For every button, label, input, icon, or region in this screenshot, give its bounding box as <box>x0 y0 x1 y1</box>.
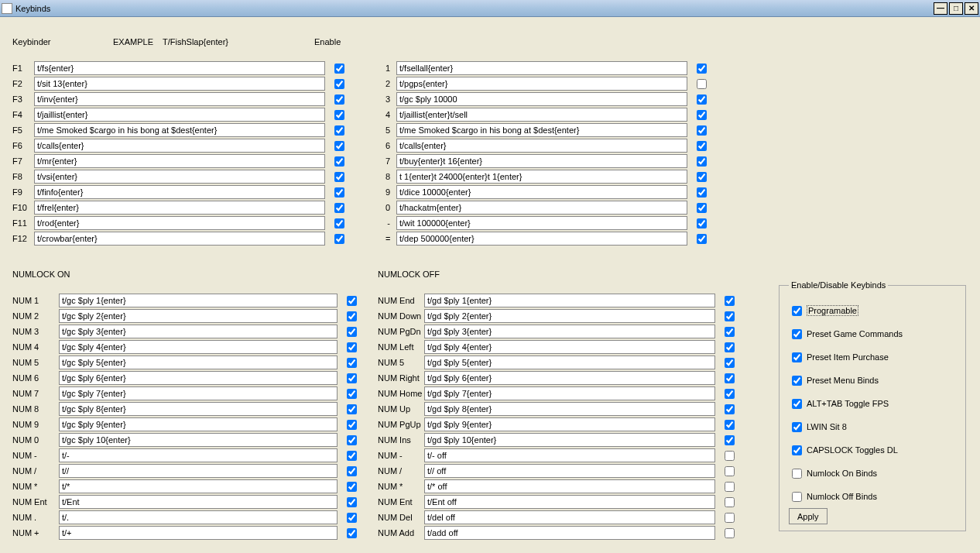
fkey-enable-checkbox[interactable] <box>334 141 344 151</box>
numon-input[interactable] <box>59 402 338 416</box>
numkey-input[interactable] <box>396 216 687 230</box>
numon-enable-checkbox[interactable] <box>347 404 357 414</box>
numkey-enable-checkbox[interactable] <box>697 79 707 89</box>
numoff-input[interactable] <box>424 510 715 524</box>
numkey-enable-checkbox[interactable] <box>697 234 707 244</box>
numkey-enable-checkbox[interactable] <box>697 218 707 228</box>
numon-enable-checkbox[interactable] <box>347 420 357 430</box>
fkey-enable-checkbox[interactable] <box>334 64 344 74</box>
numoff-input[interactable] <box>424 402 715 416</box>
numoff-enable-checkbox[interactable] <box>725 296 735 306</box>
numoff-input[interactable] <box>424 448 715 462</box>
numon-input[interactable] <box>59 448 338 462</box>
fkey-input[interactable] <box>34 92 325 106</box>
numon-input[interactable] <box>59 309 338 323</box>
minimize-button[interactable]: — <box>934 2 947 15</box>
option-checkbox[interactable] <box>792 399 802 409</box>
numoff-enable-checkbox[interactable] <box>725 528 735 538</box>
numoff-input[interactable] <box>424 464 715 478</box>
fkey-input[interactable] <box>34 154 325 168</box>
fkey-input[interactable] <box>34 216 325 230</box>
numon-enable-checkbox[interactable] <box>347 373 357 383</box>
numon-enable-checkbox[interactable] <box>347 466 357 476</box>
numon-enable-checkbox[interactable] <box>347 497 357 507</box>
numkey-input[interactable] <box>396 201 687 215</box>
numoff-enable-checkbox[interactable] <box>725 513 735 523</box>
numoff-input[interactable] <box>424 433 715 447</box>
numon-input[interactable] <box>59 479 338 493</box>
numon-enable-checkbox[interactable] <box>347 389 357 399</box>
numon-input[interactable] <box>59 325 338 338</box>
numon-enable-checkbox[interactable] <box>347 327 357 337</box>
numoff-enable-checkbox[interactable] <box>725 482 735 492</box>
numoff-enable-checkbox[interactable] <box>725 342 735 352</box>
numkey-enable-checkbox[interactable] <box>697 64 707 74</box>
numoff-enable-checkbox[interactable] <box>725 497 735 507</box>
fkey-enable-checkbox[interactable] <box>334 156 344 167</box>
numoff-input[interactable] <box>424 371 715 385</box>
numoff-input[interactable] <box>424 340 715 354</box>
fkey-input[interactable] <box>34 108 325 122</box>
fkey-enable-checkbox[interactable] <box>334 234 344 244</box>
numoff-input[interactable] <box>424 356 715 369</box>
numkey-input[interactable] <box>396 123 687 137</box>
numkey-enable-checkbox[interactable] <box>697 203 707 213</box>
numoff-enable-checkbox[interactable] <box>725 327 735 337</box>
numoff-enable-checkbox[interactable] <box>725 358 735 368</box>
fkey-input[interactable] <box>34 139 325 153</box>
fkey-input[interactable] <box>34 170 325 184</box>
numon-input[interactable] <box>59 386 338 400</box>
numoff-input[interactable] <box>424 417 715 431</box>
fkey-input[interactable] <box>34 185 325 199</box>
numoff-input[interactable] <box>424 309 715 323</box>
option-checkbox[interactable] <box>792 445 802 455</box>
numkey-input[interactable] <box>396 185 687 199</box>
numkey-enable-checkbox[interactable] <box>697 125 707 136</box>
numoff-input[interactable] <box>424 325 715 338</box>
numon-input[interactable] <box>59 417 338 431</box>
numkey-input[interactable] <box>396 139 687 153</box>
numon-enable-checkbox[interactable] <box>347 435 357 445</box>
option-checkbox[interactable] <box>792 352 802 362</box>
fkey-enable-checkbox[interactable] <box>334 125 344 136</box>
numon-enable-checkbox[interactable] <box>347 296 357 306</box>
numon-input[interactable] <box>59 356 338 369</box>
option-checkbox[interactable] <box>792 422 802 432</box>
numon-enable-checkbox[interactable] <box>347 451 357 461</box>
numkey-input[interactable] <box>396 61 687 75</box>
numkey-enable-checkbox[interactable] <box>697 141 707 151</box>
fkey-input[interactable] <box>34 123 325 137</box>
numon-enable-checkbox[interactable] <box>347 482 357 492</box>
numkey-input[interactable] <box>396 77 687 91</box>
option-checkbox[interactable] <box>792 492 802 502</box>
numon-input[interactable] <box>59 340 338 354</box>
maximize-button[interactable]: □ <box>949 2 963 15</box>
fkey-input[interactable] <box>34 61 325 75</box>
numkey-enable-checkbox[interactable] <box>697 187 707 198</box>
numon-input[interactable] <box>59 294 338 307</box>
numon-input[interactable] <box>59 510 338 524</box>
fkey-enable-checkbox[interactable] <box>334 94 344 105</box>
numon-input[interactable] <box>59 495 338 509</box>
option-checkbox[interactable] <box>792 376 802 386</box>
option-checkbox[interactable] <box>792 469 802 479</box>
numoff-input[interactable] <box>424 294 715 307</box>
numoff-enable-checkbox[interactable] <box>725 451 735 461</box>
numoff-enable-checkbox[interactable] <box>725 389 735 399</box>
numon-enable-checkbox[interactable] <box>347 513 357 523</box>
numoff-enable-checkbox[interactable] <box>725 420 735 430</box>
numoff-enable-checkbox[interactable] <box>725 466 735 476</box>
fkey-enable-checkbox[interactable] <box>334 79 344 89</box>
numon-input[interactable] <box>59 433 338 447</box>
numon-enable-checkbox[interactable] <box>347 358 357 368</box>
fkey-enable-checkbox[interactable] <box>334 203 344 213</box>
numon-enable-checkbox[interactable] <box>347 311 357 321</box>
numkey-enable-checkbox[interactable] <box>697 94 707 105</box>
fkey-input[interactable] <box>34 232 325 246</box>
numkey-input[interactable] <box>396 92 687 106</box>
numkey-input[interactable] <box>396 170 687 184</box>
numoff-input[interactable] <box>424 386 715 400</box>
numoff-input[interactable] <box>424 495 715 509</box>
numon-input[interactable] <box>59 371 338 385</box>
option-checkbox[interactable] <box>792 306 802 316</box>
